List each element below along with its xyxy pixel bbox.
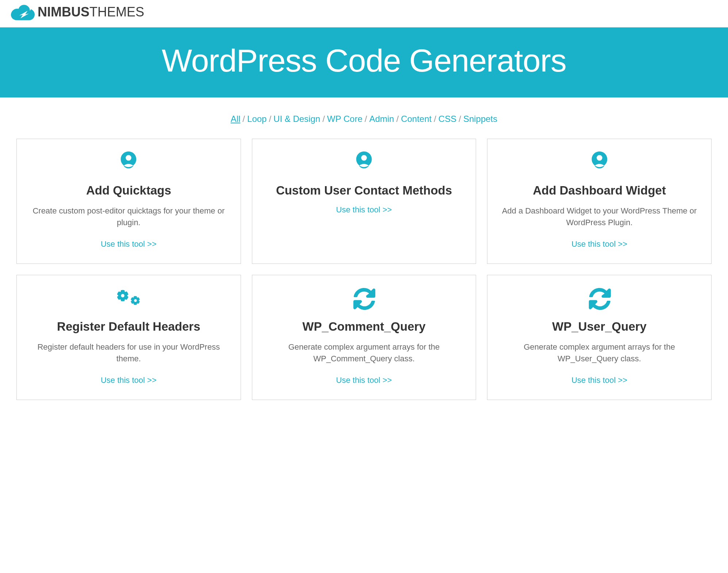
user-icon	[261, 152, 467, 174]
filter-snippets[interactable]: Snippets	[463, 114, 497, 124]
card-title: Custom User Contact Methods	[261, 183, 467, 198]
filter-separator: /	[269, 114, 271, 124]
filter-content[interactable]: Content	[401, 114, 432, 124]
cloud-logo-icon	[11, 4, 35, 20]
card-description: Create custom post-editor quicktags for …	[26, 205, 231, 228]
card-description: Generate complex argument arrays for the…	[261, 341, 467, 365]
gears-icon	[26, 288, 231, 310]
page-banner: WordPress Code Generators	[0, 27, 728, 97]
filter-wp-core[interactable]: WP Core	[327, 114, 363, 124]
user-icon	[26, 152, 231, 174]
logo-text: NIMBUSTHEMES	[38, 4, 144, 20]
filter-separator: /	[396, 114, 399, 124]
tool-card: Add Dashboard WidgetAdd a Dashboard Widg…	[487, 139, 712, 264]
tool-card: Register Default HeadersRegister default…	[16, 275, 241, 400]
filter-separator: /	[242, 114, 245, 124]
page-title: WordPress Code Generators	[0, 42, 728, 79]
card-title: WP_User_Query	[497, 319, 702, 334]
card-title: Register Default Headers	[26, 319, 231, 334]
filter-separator: /	[434, 114, 436, 124]
card-description: Generate complex argument arrays for the…	[497, 341, 702, 365]
use-tool-link[interactable]: Use this tool >>	[101, 239, 157, 249]
use-tool-link[interactable]: Use this tool >>	[336, 205, 392, 214]
filter-css[interactable]: CSS	[438, 114, 456, 124]
card-title: WP_Comment_Query	[261, 319, 467, 334]
refresh-icon	[497, 288, 702, 310]
filter-separator: /	[365, 114, 367, 124]
filter-all[interactable]: All	[231, 114, 241, 124]
tool-card: Add QuicktagsCreate custom post-editor q…	[16, 139, 241, 264]
user-icon	[497, 152, 702, 174]
filter-bar: All/Loop/UI & Design/WP Core/Admin/Conte…	[0, 97, 728, 139]
filter-ui-design[interactable]: UI & Design	[273, 114, 320, 124]
card-title: Add Dashboard Widget	[497, 183, 702, 198]
use-tool-link[interactable]: Use this tool >>	[336, 376, 392, 385]
use-tool-link[interactable]: Use this tool >>	[101, 376, 157, 385]
tool-card: WP_Comment_QueryGenerate complex argumen…	[252, 275, 476, 400]
card-description: Register default headers for use in your…	[26, 341, 231, 365]
filter-admin[interactable]: Admin	[369, 114, 394, 124]
card-grid: Add QuicktagsCreate custom post-editor q…	[0, 139, 728, 415]
refresh-icon	[261, 288, 467, 310]
tool-card: Custom User Contact MethodsUse this tool…	[252, 139, 476, 264]
site-header: NIMBUSTHEMES	[0, 0, 728, 27]
use-tool-link[interactable]: Use this tool >>	[571, 376, 627, 385]
card-description: Add a Dashboard Widget to your WordPress…	[497, 205, 702, 228]
tool-card: WP_User_QueryGenerate complex argument a…	[487, 275, 712, 400]
use-tool-link[interactable]: Use this tool >>	[571, 239, 627, 249]
filter-separator: /	[322, 114, 325, 124]
filter-loop[interactable]: Loop	[247, 114, 267, 124]
card-title: Add Quicktags	[26, 183, 231, 198]
filter-separator: /	[459, 114, 461, 124]
